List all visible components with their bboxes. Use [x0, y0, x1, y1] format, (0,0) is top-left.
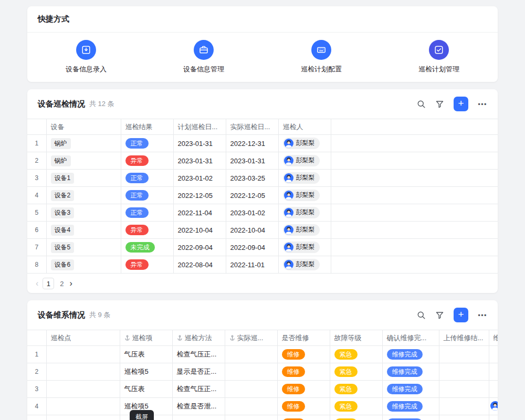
column-header-item[interactable]: 巡检项 — [120, 330, 172, 346]
page-2-button[interactable]: 2 — [58, 280, 65, 288]
search-icon[interactable] — [417, 100, 426, 109]
level-badge: 紧急 — [334, 401, 358, 412]
extra-cell — [489, 415, 498, 420]
repair-badge: 维修 — [282, 349, 305, 360]
column-header-index — [27, 330, 46, 346]
result-badge: 正常 — [125, 173, 149, 183]
result-badge: 正常 — [125, 207, 149, 218]
keyboard-icon — [311, 40, 331, 60]
point-cell — [46, 346, 120, 363]
actual-date: 2022-12-31 — [226, 135, 278, 152]
avatar — [284, 225, 293, 235]
shortcut-device-entry[interactable]: 设备信息录入 — [27, 40, 145, 74]
planned-date: 2023-01-31 — [173, 135, 226, 152]
repair-badge: 维修 — [282, 366, 305, 377]
filter-icon[interactable] — [435, 100, 444, 109]
row-number: 1 — [27, 346, 46, 363]
filter-icon[interactable] — [435, 311, 444, 320]
column-header-actual[interactable]: 实际巡... — [225, 330, 277, 346]
table-row[interactable]: 2 锅炉 异常 2023-01-31 2023-01-31 彭梨梨 — [27, 152, 498, 170]
planned-date: 2022-08-04 — [173, 256, 226, 274]
result-badge: 异常 — [125, 155, 149, 166]
maintenance-title: 设备维系情况 — [38, 310, 85, 320]
column-header-actual[interactable]: 实际巡检日... — [226, 119, 278, 135]
add-record-button[interactable]: + — [454, 308, 468, 322]
table-row[interactable]: 5 巡检项5 显示是否正... 维修 紧急 维修完成 — [27, 415, 498, 420]
planned-date: 2022-12-05 — [173, 187, 226, 204]
page-1-button[interactable]: 1 — [43, 278, 54, 289]
result-badge: 未完成 — [125, 242, 155, 253]
point-cell — [46, 363, 120, 381]
table-row[interactable]: 3 设备1 正常 2023-01-02 2023-03-25 彭梨梨 — [27, 170, 498, 187]
inspection-count: 共 12 条 — [89, 99, 114, 109]
column-header-repair[interactable]: 是否维修 — [277, 330, 330, 346]
level-badge: 紧急 — [334, 349, 358, 360]
confirm-badge: 维修完成 — [387, 384, 423, 394]
inspector-name: 彭梨梨 — [296, 173, 315, 182]
avatar — [490, 401, 498, 411]
pagination: ‹ 1 2 › — [27, 274, 498, 293]
item-cell: 气压表 — [120, 381, 172, 398]
confirm-badge: 维修完成 — [387, 401, 423, 412]
person-chip: 彭梨梨 — [283, 259, 320, 270]
table-row[interactable]: 7 设备5 未完成 2022-09-04 2022-09-04 彭梨梨 — [27, 239, 498, 256]
actual-date: 2023-01-31 — [226, 152, 278, 170]
more-menu-icon[interactable]: ⋯ — [478, 310, 487, 321]
column-header-point[interactable]: 巡检点 — [46, 330, 120, 346]
upload-cell — [439, 363, 489, 381]
upload-cell — [439, 381, 489, 398]
actual-date: 2023-01-02 — [226, 204, 278, 222]
upload-cell — [439, 415, 489, 420]
prev-page-icon[interactable]: ‹ — [36, 279, 38, 288]
table-row[interactable]: 1 气压表 检查气压正... 维修 紧急 维修完成 — [27, 346, 498, 363]
avatar — [284, 139, 293, 148]
device-tag: 锅炉 — [51, 138, 71, 149]
column-header-index — [27, 119, 46, 135]
shortcut-plan-config[interactable]: 巡检计划配置 — [262, 40, 380, 74]
person-chip: 彭梨梨 — [283, 138, 320, 149]
inspector-name: 彭梨梨 — [296, 156, 315, 165]
next-page-icon[interactable]: › — [70, 279, 72, 288]
inspection-title: 设备巡检情况 — [38, 99, 85, 109]
shortcuts-title: 快捷方式 — [38, 14, 69, 24]
table-row[interactable]: 5 设备3 正常 2022-11-04 2023-01-02 彭梨梨 — [27, 204, 498, 222]
column-header-level[interactable]: 故障等级 — [330, 330, 382, 346]
column-header-device[interactable]: 设备 — [46, 119, 121, 135]
table-row[interactable]: 4 巡检项5 检查是否泄... 维修 紧急 维修完成 — [27, 398, 498, 415]
result-badge: 正常 — [125, 190, 149, 201]
table-row[interactable]: 6 设备4 异常 2022-10-04 2022-10-04 彭梨梨 — [27, 222, 498, 239]
actual-date: 2022-10-04 — [226, 222, 278, 239]
inspector-name: 彭梨梨 — [296, 139, 315, 148]
column-header-result[interactable]: 巡检结果 — [121, 119, 173, 135]
inspector-name: 彭梨梨 — [296, 243, 315, 251]
shortcut-device-manage[interactable]: 设备信息管理 — [145, 40, 262, 74]
table-row[interactable]: 3 气压表 检查气压正... 维修 紧急 维修完成 — [27, 381, 498, 398]
table-row[interactable]: 8 设备6 异常 2022-08-04 2022-11-01 彭梨梨 — [27, 256, 498, 274]
inspection-table: 设备 巡检结果 计划巡检日... 实际巡检日... 巡检人 1 锅炉 正常 20… — [27, 119, 498, 274]
point-cell — [46, 381, 120, 398]
search-icon[interactable] — [417, 311, 426, 320]
column-header-planned[interactable]: 计划巡检日... — [173, 119, 226, 135]
more-menu-icon[interactable]: ⋯ — [478, 99, 487, 110]
level-badge: 紧急 — [334, 384, 358, 394]
column-header-confirm[interactable]: 确认维修完... — [382, 330, 439, 346]
device-tag: 设备6 — [51, 259, 75, 270]
column-header-inspector[interactable]: 巡检人 — [278, 119, 331, 135]
table-row[interactable]: 2 巡检项5 显示是否正... 维修 紧急 维修完成 — [27, 363, 498, 381]
person-chip: 彭梨梨 — [283, 155, 320, 166]
method-cell: 检查气压正... — [172, 346, 225, 363]
device-tag: 设备1 — [51, 173, 75, 184]
column-header-method[interactable]: 巡检方法 — [172, 330, 225, 346]
table-row[interactable]: 4 设备2 正常 2022-12-05 2022-12-05 彭梨梨 — [27, 187, 498, 204]
avatar — [284, 243, 293, 252]
level-badge: 紧急 — [334, 366, 358, 377]
calendar-check-icon — [429, 40, 449, 60]
column-header-upload[interactable]: 上传维修结... — [439, 330, 489, 346]
shortcut-plan-manage[interactable]: 巡检计划管理 — [380, 40, 498, 74]
column-header-extra[interactable]: 维... — [489, 330, 498, 346]
table-row[interactable]: 1 锅炉 正常 2023-01-31 2022-12-31 彭梨梨 — [27, 135, 498, 152]
repair-badge: 维修 — [282, 401, 305, 412]
row-number: 4 — [27, 187, 46, 204]
add-record-button[interactable]: + — [454, 97, 468, 111]
device-entry-icon — [76, 40, 96, 60]
